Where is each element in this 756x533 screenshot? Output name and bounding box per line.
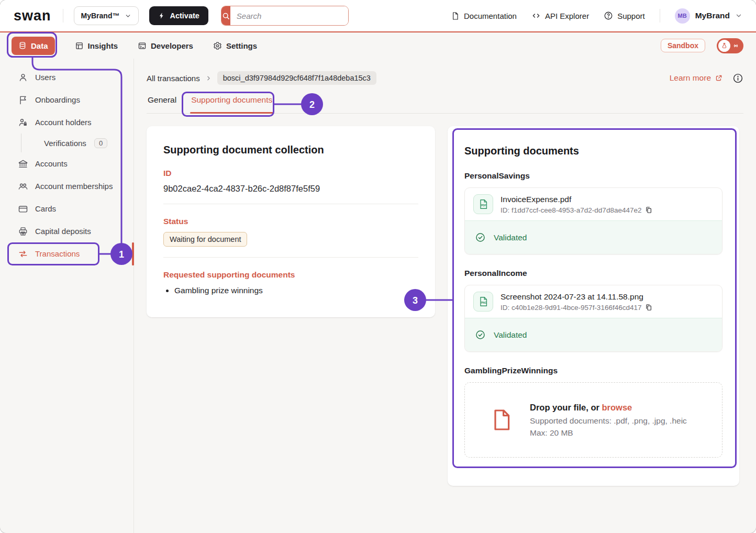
status-label: Status: [163, 217, 418, 226]
transfer-arrows-icon: [18, 249, 28, 259]
file-id: ID: f1dd7ccf-cee8-4953-a7d2-dd7d8ae447e2: [501, 206, 641, 214]
sidebar-item-account-memberships[interactable]: Account memberships: [0, 175, 134, 197]
detail-tabs: General Supporting documents: [147, 89, 743, 114]
documents-card-title: Supporting documents: [464, 145, 722, 157]
tab-data[interactable]: Data: [12, 37, 55, 55]
sidebar-item-transactions[interactable]: Transactions: [0, 242, 134, 265]
copy-icon[interactable]: [645, 304, 652, 311]
tab-developers[interactable]: Developers: [138, 41, 193, 50]
terminal-window-icon: [138, 41, 147, 50]
sidebar-item-onboardings[interactable]: Onboardings: [0, 88, 134, 111]
tab-supporting-documents[interactable]: Supporting documents: [190, 89, 273, 113]
external-link-icon: [715, 74, 723, 82]
flask-icon: [718, 40, 730, 52]
support-link[interactable]: Support: [604, 11, 645, 20]
chevron-down-icon: [735, 12, 742, 19]
top-bar: swan MyBrand™ Activate Docum: [0, 0, 756, 32]
sidebar-item-account-holders[interactable]: Account holders: [0, 111, 134, 134]
user-lock-icon: [18, 117, 28, 128]
document-status-row: Validated: [465, 220, 722, 254]
copy-icon[interactable]: [645, 206, 652, 214]
verifications-count-badge: 0: [94, 138, 107, 148]
tab-developers-label: Developers: [151, 41, 193, 50]
bank-icon: [18, 159, 28, 169]
lightning-icon: [158, 12, 165, 19]
svg-text:PNG: PNG: [481, 301, 487, 304]
document-status: Validated: [494, 330, 527, 340]
flag-icon: [18, 95, 28, 105]
search-input[interactable]: [230, 6, 348, 25]
layout-grid-icon: [75, 41, 84, 50]
activate-label: Activate: [170, 12, 199, 20]
sidebar-item-capital-deposits[interactable]: Capital deposits: [0, 220, 134, 242]
documentation-label: Documentation: [464, 12, 517, 20]
nav-right: Sandbox: [661, 38, 743, 53]
document-status: Validated: [494, 233, 527, 242]
learn-more-label: Learn more: [670, 73, 711, 83]
deposit-machine-icon: [18, 226, 28, 237]
section-gambling-prize-winnings: GamblingPrizeWinnings: [464, 366, 722, 375]
dropzone-prompt: Drop your file, or browse: [530, 403, 687, 413]
file-dropzone[interactable]: Drop your file, or browse Supported docu…: [464, 382, 722, 458]
live-broadcast-icon: [732, 42, 740, 50]
sidebar-item-label: Accounts: [35, 159, 68, 168]
collection-card-title: Supporting document collection: [163, 144, 418, 156]
user-icon: [18, 72, 28, 83]
activate-button[interactable]: Activate: [149, 6, 208, 25]
tab-insights-label: Insights: [88, 41, 118, 50]
sidebar-item-label: Cards: [35, 204, 56, 213]
tab-general[interactable]: General: [147, 89, 177, 113]
browse-link[interactable]: browse: [602, 403, 632, 412]
database-icon: [18, 41, 27, 50]
project-selector-label: MyBrand™: [81, 12, 120, 20]
section-personal-savings: PersonalSavings: [464, 171, 722, 181]
tab-insights[interactable]: Insights: [75, 41, 118, 50]
sidebar-item-label: Verifications: [44, 139, 86, 148]
file-id: ID: c40b1e28-9d91-4bce-957f-3166f46cd417: [501, 304, 641, 312]
credit-card-icon: [18, 204, 28, 214]
file-name: InvoiceExpense.pdf: [501, 195, 652, 204]
support-label: Support: [617, 12, 645, 20]
info-icon[interactable]: [732, 73, 743, 84]
collection-card: Supporting document collection ID 9b02ca…: [147, 126, 435, 317]
sidebar-item-label: Onboardings: [35, 95, 80, 104]
document-tile[interactable]: PNG Screenshot 2024-07-23 at 14.11.58.pn…: [464, 285, 722, 352]
api-explorer-link[interactable]: API Explorer: [531, 11, 589, 20]
seal-check-icon: [28, 138, 38, 148]
main-content: All transactions bosci_d3f97984d929cf648…: [135, 59, 756, 533]
learn-more-link[interactable]: Learn more: [670, 73, 723, 83]
sidebar-item-verifications[interactable]: Verifications 0: [21, 134, 134, 152]
sidebar-item-label: Account holders: [35, 118, 92, 127]
account-name: MyBrand: [695, 11, 730, 20]
tab-settings[interactable]: Settings: [213, 41, 257, 50]
tab-data-label: Data: [31, 41, 48, 50]
account-menu[interactable]: MB MyBrand: [675, 8, 742, 24]
sidebar-item-cards[interactable]: Cards: [0, 197, 134, 220]
requested-document-item: Gambling prize winnings: [174, 286, 418, 295]
question-circle-icon: [604, 11, 613, 20]
document-icon: [451, 12, 460, 20]
check-circle-icon: [475, 232, 486, 243]
environment-toggle[interactable]: [717, 38, 743, 53]
project-selector[interactable]: MyBrand™: [74, 6, 139, 25]
dropzone-supported-formats: Supported documents: .pdf, .png, .jpg, .…: [530, 416, 687, 426]
sidebar-item-users[interactable]: Users: [0, 66, 134, 88]
divider: [63, 9, 63, 23]
search-icon[interactable]: [221, 6, 230, 25]
document-tile[interactable]: PDF InvoiceExpense.pdf ID: f1dd7ccf-cee8…: [464, 187, 722, 254]
id-label: ID: [163, 169, 418, 178]
tab-settings-label: Settings: [226, 41, 257, 50]
sidebar-item-accounts[interactable]: Accounts: [0, 152, 134, 175]
documentation-link[interactable]: Documentation: [451, 12, 517, 20]
breadcrumb: All transactions bosci_d3f97984d929cf648…: [147, 70, 743, 86]
search-box: [221, 6, 349, 26]
breadcrumb-root[interactable]: All transactions: [147, 74, 200, 83]
status-badge: Waiting for document: [163, 232, 247, 247]
documents-card: Supporting documents PersonalSavings PDF…: [448, 126, 739, 486]
png-file-icon: PNG: [473, 292, 493, 312]
chevron-down-icon: [125, 13, 131, 19]
chevron-right-icon: [205, 75, 212, 82]
dropzone-max-size: Max: 20 MB: [530, 428, 687, 438]
topbar-links: Documentation API Explorer Support MB My…: [451, 8, 742, 24]
requested-documents-list: Gambling prize winnings: [174, 286, 418, 295]
